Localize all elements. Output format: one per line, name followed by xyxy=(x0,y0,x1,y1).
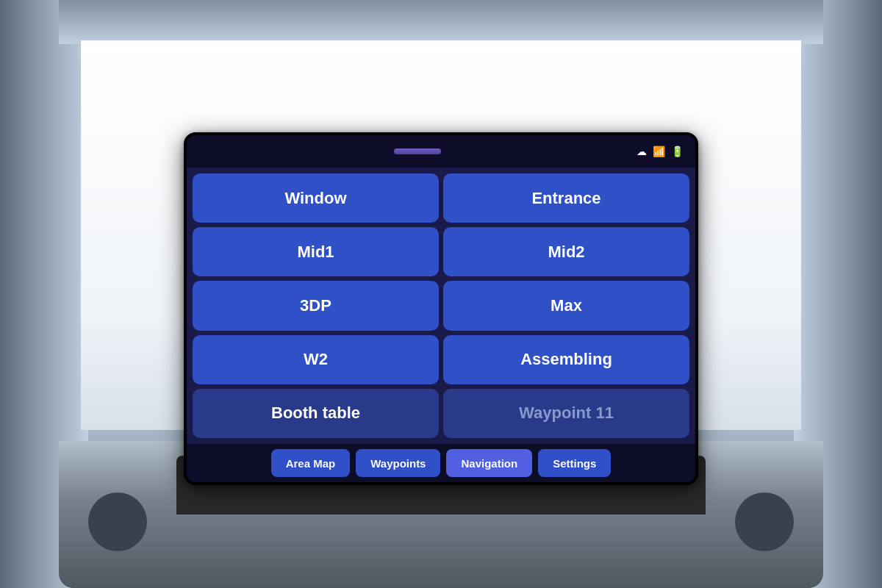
ready-badge xyxy=(394,148,441,154)
tab-btn-area-map[interactable]: Area Map xyxy=(271,449,351,477)
status-icons: ☁ 📶 🔋 xyxy=(637,146,684,157)
waypoints-grid: WindowEntranceMid1Mid23DPMaxW2Assembling… xyxy=(187,168,695,444)
waypoint-btn-booth-table[interactable]: Booth table xyxy=(193,389,439,438)
waypoint-btn-3dp[interactable]: 3DP xyxy=(193,281,439,330)
status-bar: ☁ 📶 🔋 xyxy=(187,135,695,168)
waypoint-btn-max[interactable]: Max xyxy=(443,281,689,330)
waypoint-btn-mid1[interactable]: Mid1 xyxy=(193,227,439,276)
bracket-bottom-right xyxy=(735,492,794,551)
tab-btn-waypoints[interactable]: Waypoints xyxy=(356,449,440,477)
tablet: ☁ 📶 🔋 WindowEntranceMid1Mid23DPMaxW2Asse… xyxy=(184,132,698,485)
tab-btn-navigation[interactable]: Navigation xyxy=(446,449,532,477)
waypoint-btn-waypoint11[interactable]: Waypoint 11 xyxy=(443,389,689,438)
battery-icon: 🔋 xyxy=(671,146,684,157)
tab-bar: Area MapWaypointsNavigationSettings xyxy=(187,444,695,482)
waypoint-btn-assembling[interactable]: Assembling xyxy=(443,335,689,384)
bracket-bottom-left xyxy=(88,492,147,551)
waypoint-btn-mid2[interactable]: Mid2 xyxy=(443,227,689,276)
waypoint-btn-entrance[interactable]: Entrance xyxy=(443,173,689,223)
cloud-icon: ☁ xyxy=(637,146,647,157)
waypoint-btn-window[interactable]: Window xyxy=(193,173,439,223)
wifi-icon: 📶 xyxy=(653,146,665,157)
screen: ☁ 📶 🔋 WindowEntranceMid1Mid23DPMaxW2Asse… xyxy=(187,135,695,482)
rail-top xyxy=(59,0,823,44)
waypoint-btn-w2[interactable]: W2 xyxy=(193,335,439,384)
tab-btn-settings[interactable]: Settings xyxy=(538,449,611,477)
device-frame: ☁ 📶 🔋 WindowEntranceMid1Mid23DPMaxW2Asse… xyxy=(0,0,882,588)
status-center xyxy=(394,148,441,154)
